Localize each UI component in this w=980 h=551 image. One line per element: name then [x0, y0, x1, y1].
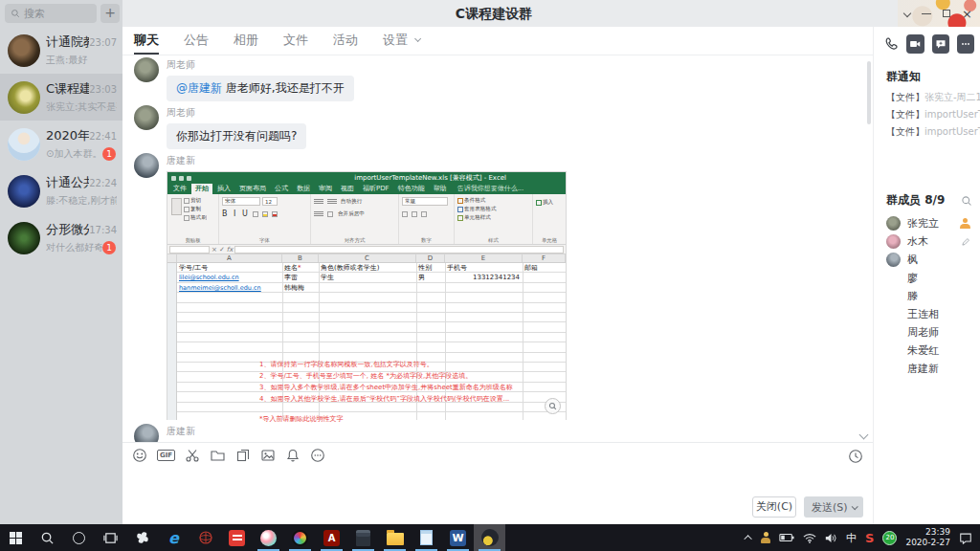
- screenshot-scissors-icon[interactable]: [185, 448, 200, 463]
- battery-percent-badge[interactable]: 20: [882, 531, 897, 545]
- mention-link[interactable]: @唐建新: [176, 81, 222, 95]
- avatar: [886, 307, 901, 321]
- sogou-ime-icon[interactable]: S: [865, 531, 874, 545]
- word-button[interactable]: W: [442, 524, 474, 551]
- search-input[interactable]: 搜索: [5, 4, 97, 23]
- task-view-icon: [103, 531, 118, 545]
- battery-icon[interactable]: [779, 533, 794, 542]
- minimize-icon[interactable]: [922, 13, 931, 14]
- borders-icon: [253, 211, 258, 217]
- notice-item[interactable]: 【文件】importUserTe...: [874, 123, 980, 141]
- task-view-button[interactable]: [95, 524, 126, 551]
- excel-screenshot-image[interactable]: importUserTemplateNew.xls [兼容模式] - Excel…: [167, 171, 567, 420]
- tab-announcement[interactable]: 公告: [184, 27, 209, 55]
- message-bubble: @唐建新 唐老师好,我还是打不开: [167, 76, 354, 101]
- excel-tab-foxitpdf: 福昕PDF: [359, 184, 393, 194]
- atom-app-button[interactable]: [189, 524, 221, 551]
- send-options-caret-icon[interactable]: [852, 503, 858, 510]
- start-button[interactable]: [0, 524, 32, 551]
- member-row[interactable]: 朱爱红: [874, 342, 980, 360]
- voice-call-icon[interactable]: [883, 35, 899, 53]
- wifi-icon[interactable]: [803, 533, 816, 543]
- action-center-icon[interactable]: [959, 532, 972, 544]
- chat-list-item[interactable]: 分形微分几17:34 对什么都好奇... 1: [0, 214, 122, 261]
- calculator-icon: [356, 530, 370, 546]
- notice-item[interactable]: 【文件】张宪立-周二1. ...: [874, 89, 980, 106]
- close-button[interactable]: 关闭(C): [752, 496, 796, 518]
- window-shake-icon[interactable]: [235, 448, 251, 463]
- excel-tab-formulas: 公式: [271, 184, 292, 194]
- member-row[interactable]: 张宪立: [874, 214, 980, 232]
- qq-tray-icon[interactable]: [761, 532, 770, 543]
- composer[interactable]: GIF 关闭(C) 发送(S): [122, 442, 873, 524]
- taskbar-clock[interactable]: 23:39 2020-2-27: [905, 527, 950, 548]
- bell-icon[interactable]: [285, 448, 301, 463]
- member-row[interactable]: 水木: [874, 232, 980, 251]
- avatar: [886, 216, 901, 231]
- avatar[interactable]: [134, 153, 159, 178]
- tab-album[interactable]: 相册: [234, 27, 258, 55]
- create-chat-icon[interactable]: [932, 34, 949, 54]
- avatar[interactable]: [134, 105, 159, 130]
- maximize-icon[interactable]: [943, 10, 950, 17]
- member-row[interactable]: 唐建新: [874, 360, 980, 378]
- notepad-button[interactable]: [411, 524, 442, 551]
- calculator-button[interactable]: [347, 524, 379, 551]
- panel-more-icon[interactable]: [957, 34, 974, 54]
- acrobat-button[interactable]: A: [316, 524, 347, 551]
- notice-item[interactable]: 【文件】importUserTe...: [874, 106, 980, 123]
- message-history-icon[interactable]: [848, 449, 863, 464]
- tab-settings[interactable]: 设置: [383, 27, 408, 55]
- send-file-folder-icon[interactable]: [210, 448, 226, 463]
- chat-preview: 王燕:最好: [46, 54, 117, 67]
- avatar[interactable]: [134, 424, 159, 442]
- message-list[interactable]: 周老师 @唐建新 唐老师好,我还是打不开 周老师 你那边打开没有问题吗? 唐建新: [122, 55, 873, 442]
- send-button[interactable]: 发送(S): [804, 496, 863, 518]
- speaker-icon[interactable]: [825, 533, 837, 543]
- edge-browser-button[interactable]: e: [158, 524, 189, 551]
- avatar: [886, 271, 901, 285]
- ime-indicator[interactable]: 中: [846, 531, 857, 545]
- file-explorer-button[interactable]: [379, 524, 411, 551]
- word-icon: W: [450, 530, 466, 546]
- chat-sidebar: 搜索 + 计通院教学23:07 王燕:最好 C课程建设群23:03 张宪立:其实…: [0, 0, 122, 524]
- member-row[interactable]: 周老师: [874, 323, 980, 342]
- atom-icon: [198, 530, 213, 545]
- member-row[interactable]: 廖: [874, 269, 980, 287]
- chat-list-item-selected[interactable]: C课程建设群23:03 张宪立:其实不是要...: [0, 74, 122, 121]
- taskbar-search-button[interactable]: [32, 524, 63, 551]
- cortana-button[interactable]: [63, 524, 95, 551]
- image-zoom-icon[interactable]: [545, 398, 561, 414]
- member-row[interactable]: 枫: [874, 251, 980, 269]
- chevron-down-icon[interactable]: [414, 35, 421, 42]
- more-icon[interactable]: [310, 448, 325, 463]
- member-row[interactable]: 王连相: [874, 305, 980, 323]
- tab-activity[interactable]: 活动: [333, 27, 358, 55]
- search-icon: [40, 531, 55, 545]
- tab-chat[interactable]: 聊天: [134, 27, 159, 55]
- emoji-icon[interactable]: [132, 448, 147, 463]
- red-app-button[interactable]: [221, 524, 253, 551]
- send-image-icon[interactable]: [260, 448, 276, 463]
- member-row[interactable]: 滕: [874, 287, 980, 305]
- add-button[interactable]: +: [100, 4, 120, 23]
- color-wheel-app-button[interactable]: [284, 524, 316, 551]
- paint-app-button[interactable]: [253, 524, 284, 551]
- chat-list-item[interactable]: 计通院教学23:07 王燕:最好: [0, 27, 122, 74]
- tim-button[interactable]: [474, 524, 505, 551]
- collapse-icon[interactable]: [903, 10, 911, 17]
- avatar[interactable]: [134, 57, 159, 82]
- video-call-icon[interactable]: [906, 34, 924, 54]
- chat-list-item[interactable]: 2020年春C22:41 ⊙加入本群。 1: [0, 121, 122, 167]
- tab-files[interactable]: 文件: [283, 27, 308, 55]
- close-icon[interactable]: ×: [962, 8, 972, 20]
- tray-expand-icon[interactable]: [744, 535, 751, 542]
- avatar: [8, 128, 40, 161]
- chat-list-item[interactable]: 计通公共课22:24 滕:不稳定,刚才前...: [0, 167, 122, 214]
- gif-icon[interactable]: GIF: [157, 450, 175, 461]
- excel-tab-help: 帮助: [430, 184, 451, 194]
- scrollbar[interactable]: [867, 61, 871, 124]
- member-search-icon[interactable]: [961, 195, 972, 207]
- pinwheel-app-button[interactable]: [126, 524, 158, 551]
- group-owner-icon: [960, 218, 970, 229]
